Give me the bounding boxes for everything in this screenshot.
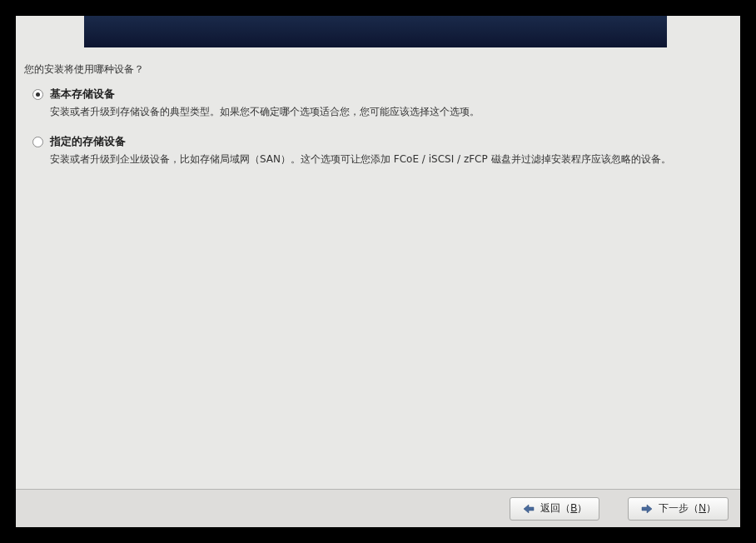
radio-desc-specialized: 安装或者升级到企业级设备，比如存储局域网（SAN）。这个选项可让您添加 FCoE… — [50, 152, 732, 167]
radio-option-specialized[interactable]: 指定的存储设备 安装或者升级到企业级设备，比如存储局域网（SAN）。这个选项可让… — [32, 134, 732, 167]
prompt-text: 您的安装将使用哪种设备？ — [24, 62, 732, 77]
back-button[interactable]: 返回（B） — [510, 497, 599, 521]
back-button-label: 返回（B） — [540, 501, 587, 516]
next-button[interactable]: 下一步（N） — [628, 497, 729, 521]
arrow-left-icon — [522, 504, 535, 514]
radio-content-specialized: 指定的存储设备 安装或者升级到企业级设备，比如存储局域网（SAN）。这个选项可让… — [50, 134, 732, 167]
radio-title-basic: 基本存储设备 — [50, 87, 732, 102]
radio-desc-basic: 安装或者升级到存储设备的典型类型。如果您不确定哪个选项适合您，您可能应该选择这个… — [50, 104, 732, 119]
content-area: 您的安装将使用哪种设备？ 基本存储设备 安装或者升级到存储设备的典型类型。如果您… — [16, 47, 740, 489]
radio-content-basic: 基本存储设备 安装或者升级到存储设备的典型类型。如果您不确定哪个选项适合您，您可… — [50, 87, 732, 119]
header-banner — [84, 16, 667, 47]
radio-title-specialized: 指定的存储设备 — [50, 134, 732, 149]
arrow-right-icon — [640, 504, 654, 514]
radio-button-basic[interactable] — [32, 89, 43, 100]
next-button-label: 下一步（N） — [659, 501, 716, 516]
installer-window: 您的安装将使用哪种设备？ 基本存储设备 安装或者升级到存储设备的典型类型。如果您… — [16, 16, 740, 527]
radio-button-specialized[interactable] — [32, 137, 43, 147]
footer-bar: 返回（B） 下一步（N） — [16, 489, 740, 527]
radio-option-basic[interactable]: 基本存储设备 安装或者升级到存储设备的典型类型。如果您不确定哪个选项适合您，您可… — [32, 87, 732, 119]
storage-device-radio-group: 基本存储设备 安装或者升级到存储设备的典型类型。如果您不确定哪个选项适合您，您可… — [32, 87, 732, 167]
